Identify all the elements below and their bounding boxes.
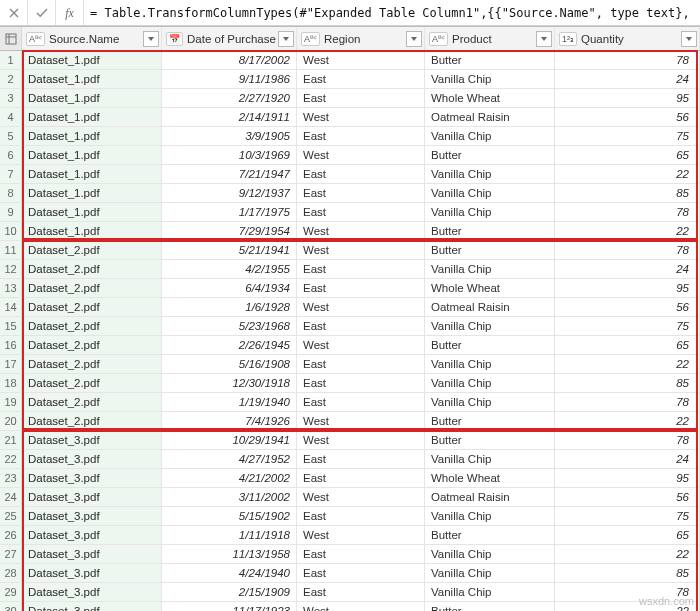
table-row[interactable]: 15Dataset_2.pdf5/23/1968EastVanilla Chip… [0,317,700,336]
cell-region[interactable]: East [297,564,425,582]
filter-button[interactable] [143,31,159,47]
row-number[interactable]: 29 [0,583,22,601]
cell-source[interactable]: Dataset_3.pdf [22,583,162,601]
cell-product[interactable]: Oatmeal Raisin [425,298,555,316]
cell-quantity[interactable]: 78 [555,203,700,221]
row-number[interactable]: 13 [0,279,22,297]
cell-product[interactable]: Whole Wheat [425,89,555,107]
cell-product[interactable]: Whole Wheat [425,279,555,297]
formula-cancel-button[interactable] [0,0,28,25]
column-header-product[interactable]: Aᴮᶜ Product [425,27,555,50]
cell-product[interactable]: Vanilla Chip [425,393,555,411]
cell-product[interactable]: Vanilla Chip [425,165,555,183]
cell-date[interactable]: 7/21/1947 [162,165,297,183]
cell-quantity[interactable]: 56 [555,108,700,126]
row-number[interactable]: 19 [0,393,22,411]
cell-region[interactable]: East [297,127,425,145]
row-number[interactable]: 9 [0,203,22,221]
cell-quantity[interactable]: 65 [555,336,700,354]
cell-date[interactable]: 2/14/1911 [162,108,297,126]
filter-button[interactable] [406,31,422,47]
cell-date[interactable]: 5/15/1902 [162,507,297,525]
cell-region[interactable]: East [297,203,425,221]
cell-quantity[interactable]: 95 [555,469,700,487]
column-header-region[interactable]: Aᴮᶜ Region [297,27,425,50]
cell-source[interactable]: Dataset_3.pdf [22,507,162,525]
cell-region[interactable]: East [297,279,425,297]
cell-quantity[interactable]: 78 [555,583,700,601]
cell-quantity[interactable]: 75 [555,507,700,525]
table-row[interactable]: 24Dataset_3.pdf3/11/2002WestOatmeal Rais… [0,488,700,507]
cell-quantity[interactable]: 95 [555,89,700,107]
cell-date[interactable]: 10/29/1941 [162,431,297,449]
cell-region[interactable]: East [297,165,425,183]
cell-region[interactable]: West [297,146,425,164]
cell-quantity[interactable]: 78 [555,393,700,411]
cell-quantity[interactable]: 56 [555,298,700,316]
row-number[interactable]: 8 [0,184,22,202]
cell-region[interactable]: West [297,222,425,240]
cell-date[interactable]: 9/11/1986 [162,70,297,88]
cell-date[interactable]: 1/17/1975 [162,203,297,221]
cell-region[interactable]: West [297,298,425,316]
table-row[interactable]: 28Dataset_3.pdf4/24/1940EastVanilla Chip… [0,564,700,583]
cell-product[interactable]: Butter [425,241,555,259]
column-header-date[interactable]: 📅 Date of Purchase [162,27,297,50]
cell-product[interactable]: Vanilla Chip [425,583,555,601]
row-number[interactable]: 20 [0,412,22,430]
cell-region[interactable]: East [297,355,425,373]
cell-product[interactable]: Vanilla Chip [425,450,555,468]
table-row[interactable]: 25Dataset_3.pdf5/15/1902EastVanilla Chip… [0,507,700,526]
cell-quantity[interactable]: 22 [555,412,700,430]
row-number[interactable]: 2 [0,70,22,88]
cell-date[interactable]: 12/30/1918 [162,374,297,392]
cell-region[interactable]: West [297,51,425,69]
cell-region[interactable]: East [297,469,425,487]
cell-date[interactable]: 10/3/1969 [162,146,297,164]
row-number[interactable]: 10 [0,222,22,240]
cell-date[interactable]: 11/17/1923 [162,602,297,611]
cell-region[interactable]: West [297,241,425,259]
cell-quantity[interactable]: 24 [555,260,700,278]
row-number[interactable]: 7 [0,165,22,183]
table-row[interactable]: 20Dataset_2.pdf7/4/1926WestButter22 [0,412,700,431]
row-number[interactable]: 1 [0,51,22,69]
cell-product[interactable]: Vanilla Chip [425,70,555,88]
row-number[interactable]: 30 [0,602,22,611]
table-row[interactable]: 2Dataset_1.pdf9/11/1986EastVanilla Chip2… [0,70,700,89]
cell-source[interactable]: Dataset_3.pdf [22,431,162,449]
cell-source[interactable]: Dataset_1.pdf [22,70,162,88]
cell-date[interactable]: 5/21/1941 [162,241,297,259]
cell-quantity[interactable]: 24 [555,450,700,468]
table-row[interactable]: 16Dataset_2.pdf2/26/1945WestButter65 [0,336,700,355]
cell-date[interactable]: 3/11/2002 [162,488,297,506]
cell-quantity[interactable]: 22 [555,545,700,563]
table-row[interactable]: 4Dataset_1.pdf2/14/1911WestOatmeal Raisi… [0,108,700,127]
column-header-source[interactable]: Aᴮᶜ Source.Name [22,27,162,50]
row-number[interactable]: 23 [0,469,22,487]
table-row[interactable]: 1Dataset_1.pdf8/17/2002WestButter78 [0,51,700,70]
cell-date[interactable]: 5/23/1968 [162,317,297,335]
cell-source[interactable]: Dataset_1.pdf [22,51,162,69]
cell-date[interactable]: 7/4/1926 [162,412,297,430]
table-row[interactable]: 17Dataset_2.pdf5/16/1908EastVanilla Chip… [0,355,700,374]
cell-quantity[interactable]: 85 [555,564,700,582]
cell-source[interactable]: Dataset_1.pdf [22,89,162,107]
cell-product[interactable]: Vanilla Chip [425,355,555,373]
table-row[interactable]: 3Dataset_1.pdf2/27/1920EastWhole Wheat95 [0,89,700,108]
cell-source[interactable]: Dataset_1.pdf [22,165,162,183]
cell-region[interactable]: West [297,108,425,126]
cell-quantity[interactable]: 75 [555,127,700,145]
cell-region[interactable]: East [297,89,425,107]
table-row[interactable]: 22Dataset_3.pdf4/27/1952EastVanilla Chip… [0,450,700,469]
cell-quantity[interactable]: 24 [555,70,700,88]
cell-source[interactable]: Dataset_1.pdf [22,146,162,164]
cell-date[interactable]: 2/26/1945 [162,336,297,354]
row-number[interactable]: 11 [0,241,22,259]
cell-product[interactable]: Vanilla Chip [425,564,555,582]
cell-quantity[interactable]: 85 [555,374,700,392]
row-number[interactable]: 3 [0,89,22,107]
table-row[interactable]: 11Dataset_2.pdf5/21/1941WestButter78 [0,241,700,260]
cell-region[interactable]: East [297,507,425,525]
cell-region[interactable]: West [297,412,425,430]
